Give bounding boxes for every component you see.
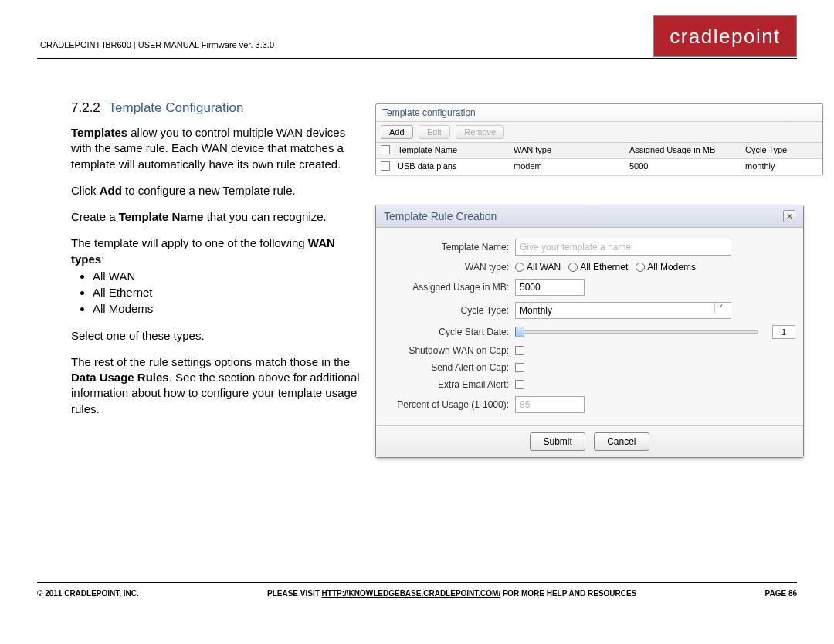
remove-button[interactable]: Remove <box>456 125 504 139</box>
label-template-name: Template Name: <box>384 242 515 253</box>
add-button[interactable]: Add <box>381 125 413 139</box>
list-item: All Ethernet <box>93 285 364 300</box>
list-item: All Modems <box>93 301 364 317</box>
list-item: All WAN <box>93 269 364 284</box>
toolbar: Add Edit Remove <box>376 121 822 143</box>
radio-all-wan[interactable]: All WAN <box>515 262 561 273</box>
row-checkbox[interactable] <box>381 161 390 171</box>
edit-button[interactable]: Edit <box>419 125 450 139</box>
dialog-title: Template Rule Creation <box>384 210 497 222</box>
footer-link[interactable]: HTTP://KNOWLEDGEBASE.CRADLEPOINT.COM/ <box>322 589 501 598</box>
label-extra-email: Extra Email Alert: <box>384 379 515 390</box>
label-percent: Percent of Usage (1-1000): <box>384 399 515 410</box>
header-rule <box>37 58 797 59</box>
template-config-panel: Template configuration Add Edit Remove T… <box>375 103 823 175</box>
shutdown-checkbox[interactable] <box>515 346 524 355</box>
brand-logo: cradlepoint <box>653 15 797 57</box>
label-alert: Send Alert on Cap: <box>384 362 515 373</box>
slider-thumb-icon[interactable] <box>515 327 524 337</box>
label-cycle-type: Cycle Type: <box>384 305 515 316</box>
footer-copyright: © 2011 CRADLEPOINT, INC. <box>37 589 139 598</box>
submit-button[interactable]: Submit <box>530 432 585 451</box>
section-number: 7.2.2 <box>71 100 100 115</box>
extra-email-checkbox[interactable] <box>515 380 524 389</box>
panel-title: Template configuration <box>376 104 822 121</box>
table-row[interactable]: USB data plans modem 5000 monthly <box>376 159 822 175</box>
body-text: Templates allow you to control multiple … <box>71 125 364 428</box>
start-date-value[interactable]: 1 <box>772 325 795 339</box>
footer-page: PAGE 86 <box>765 589 798 598</box>
select-all-checkbox[interactable] <box>381 145 390 154</box>
template-name-input[interactable]: Give your template a name <box>515 239 731 256</box>
start-date-slider[interactable] <box>515 327 758 337</box>
table-header: Template Name WAN type Assigned Usage in… <box>376 143 822 159</box>
close-icon[interactable]: ✕ <box>783 210 795 222</box>
alert-checkbox[interactable] <box>515 363 524 372</box>
label-start-date: Cycle Start Date: <box>384 327 515 337</box>
cycle-type-select[interactable]: Monthly <box>515 302 731 319</box>
template-rule-dialog: Template Rule Creation ✕ Template Name: … <box>375 205 804 458</box>
cancel-button[interactable]: Cancel <box>594 432 649 451</box>
label-wan-type: WAN type: <box>384 262 515 273</box>
page-footer: © 2011 CRADLEPOINT, INC. PLEASE VISIT HT… <box>37 582 797 598</box>
percent-input[interactable]: 85 <box>515 396 585 413</box>
usage-input[interactable]: 5000 <box>515 279 585 296</box>
section-title: Template Configuration <box>109 100 244 115</box>
radio-all-modems[interactable]: All Modems <box>636 262 696 273</box>
header-breadcrumb: CRADLEPOINT IBR600 | USER MANUAL Firmwar… <box>40 40 274 49</box>
p1-strong: Templates <box>71 126 127 139</box>
label-usage: Assigned Usage in MB: <box>384 282 515 293</box>
label-shutdown: Shutdown WAN on Cap: <box>384 345 515 356</box>
radio-all-ethernet[interactable]: All Ethernet <box>568 262 628 273</box>
